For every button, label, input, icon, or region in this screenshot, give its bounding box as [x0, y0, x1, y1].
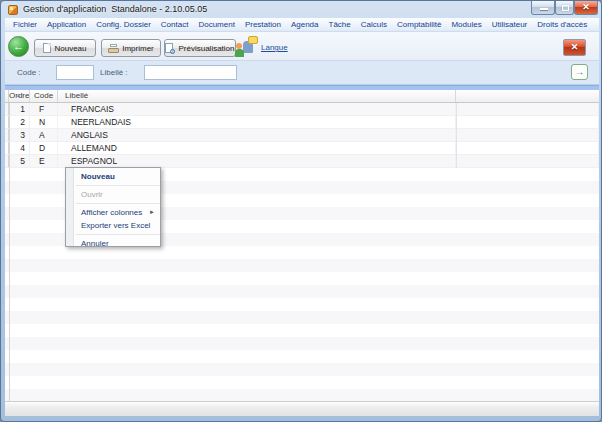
menu-item-comptabilite[interactable]: Comptabilité	[397, 20, 441, 29]
back-button[interactable]: ←	[8, 36, 29, 57]
context-menu-separator	[76, 185, 160, 186]
preview-icon	[165, 43, 175, 54]
new-button[interactable]: Nouveau	[34, 39, 96, 57]
grid-header: ▲Ordre Code Libellé	[5, 90, 599, 103]
go-arrow-icon: →	[575, 66, 585, 77]
print-button-label: Imprimer	[122, 44, 154, 53]
column-header-filler	[456, 90, 599, 102]
cell-ordre: 4	[9, 142, 30, 154]
preview-button-label: Prévisualisation	[178, 44, 234, 53]
cell-ordre: 5	[9, 155, 30, 167]
menu-item-modules[interactable]: Modules	[451, 20, 481, 29]
preview-button[interactable]: Prévisualisation	[164, 39, 236, 57]
menu-item-prestation[interactable]: Prestation	[245, 20, 281, 29]
filter-bar: Code : Libellé : →	[5, 61, 599, 85]
language-link[interactable]: Langue	[261, 43, 288, 52]
cell-code: D	[30, 142, 58, 154]
context-menu: Nouveau Ouvrir Afficher colonnes ► Expor…	[65, 167, 161, 247]
cell-libelle: ALLEMAND	[58, 142, 456, 154]
close-button[interactable]: ✕	[574, 1, 598, 15]
menu-item-contact[interactable]: Contact	[161, 20, 189, 29]
cell-code: E	[30, 155, 58, 167]
libelle-label: Libellé :	[100, 68, 128, 77]
menu-item-droits-acces[interactable]: Droits d'accès	[537, 20, 587, 29]
minimize-icon	[540, 8, 548, 10]
go-button[interactable]: →	[571, 64, 588, 80]
status-bar	[5, 401, 599, 416]
table-row[interactable]: 4 D ALLEMAND	[5, 142, 599, 155]
menu-item-document[interactable]: Document	[198, 20, 234, 29]
code-input[interactable]	[56, 65, 94, 80]
menu-item-agenda[interactable]: Agenda	[291, 20, 319, 29]
cell-libelle: NEERLANDAIS	[58, 116, 456, 128]
cell-code: F	[30, 103, 58, 115]
column-header-code[interactable]: Code	[30, 90, 58, 102]
menu-bar: Fichier Application Config. Dossier Cont…	[5, 18, 599, 32]
context-menu-separator	[76, 203, 160, 204]
title-bar[interactable]: Gestion d'application Standalone - 2.10.…	[1, 1, 601, 18]
minimize-button[interactable]	[531, 1, 555, 15]
context-menu-item-exporter-excel[interactable]: Exporter vers Excel	[75, 219, 160, 232]
cell-code: N	[30, 116, 58, 128]
menu-item-tache[interactable]: Tâche	[329, 20, 351, 29]
toolbar: ← Nouveau Imprimer Prévisualisation Lang…	[5, 32, 599, 61]
context-menu-item-ouvrir: Ouvrir	[75, 188, 160, 201]
menu-item-config-dossier[interactable]: Config. Dossier	[96, 20, 151, 29]
exit-button[interactable]: ✕	[563, 39, 586, 56]
cell-code: A	[30, 129, 58, 141]
app-icon[interactable]	[8, 5, 18, 15]
cell-libelle: ANGLAIS	[58, 129, 456, 141]
table-row[interactable]: 3 A ANGLAIS	[5, 129, 599, 142]
cell-ordre: 2	[9, 116, 30, 128]
new-button-label: Nouveau	[54, 44, 86, 53]
cell-ordre: 3	[9, 129, 30, 141]
table-row[interactable]: 1 F FRANCAIS	[5, 103, 599, 116]
menu-item-calculs[interactable]: Calculs	[361, 20, 387, 29]
grid-gutter-line	[9, 103, 10, 401]
cell-libelle: ESPAGNOL	[58, 155, 456, 167]
cell-ordre: 1	[9, 103, 30, 115]
language-person-icon[interactable]	[235, 36, 258, 58]
table-row[interactable]: 2 N NEERLANDAIS	[5, 116, 599, 129]
column-header-libelle[interactable]: Libellé	[58, 90, 456, 102]
window-title: Gestion d'application Standalone - 2.10.…	[23, 4, 207, 14]
submenu-arrow-icon: ►	[149, 206, 155, 219]
new-document-icon	[43, 43, 51, 53]
back-arrow-icon: ←	[13, 40, 24, 52]
menu-item-fichier[interactable]: Fichier	[13, 20, 37, 29]
maximize-button[interactable]	[555, 1, 574, 15]
cell-libelle: FRANCAIS	[58, 103, 456, 115]
grid-column-divider	[456, 103, 457, 168]
sort-asc-icon: ▲	[16, 90, 21, 101]
context-menu-gutter	[66, 168, 74, 246]
context-menu-separator	[76, 234, 160, 235]
exit-x-icon: ✕	[571, 42, 579, 52]
menu-item-utilisateur[interactable]: Utilisateur	[492, 20, 528, 29]
context-menu-item-nouveau[interactable]: Nouveau	[75, 170, 160, 183]
libelle-input[interactable]	[144, 65, 237, 80]
maximize-icon	[562, 5, 569, 11]
column-header-ordre[interactable]: ▲Ordre	[9, 90, 30, 102]
context-menu-item-annuler[interactable]: Annuler	[75, 237, 160, 250]
printer-icon	[108, 44, 119, 53]
close-icon: ✕	[575, 2, 597, 12]
app-window: Gestion d'application Standalone - 2.10.…	[0, 0, 602, 422]
print-button[interactable]: Imprimer	[101, 39, 161, 57]
code-label: Code :	[17, 68, 41, 77]
context-menu-item-afficher-colonnes[interactable]: Afficher colonnes ►	[75, 206, 160, 219]
menu-item-application[interactable]: Application	[47, 20, 86, 29]
